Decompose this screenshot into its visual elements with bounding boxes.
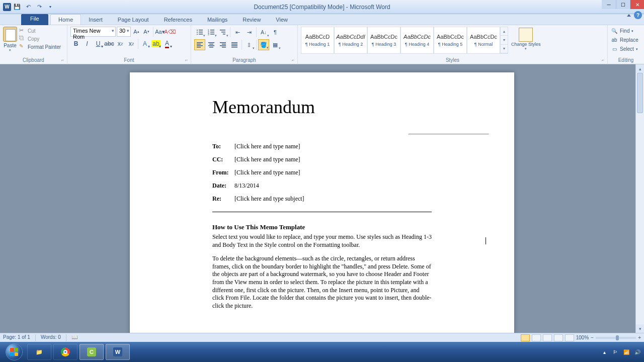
file-tab[interactable]: File	[21, 14, 48, 25]
zoom-out-button[interactable]: −	[591, 335, 594, 340]
help-icon[interactable]: ?	[634, 11, 642, 19]
page[interactable]: Memorandum To:[Click here and type name]…	[130, 72, 514, 333]
shading-icon[interactable]: 🪣	[258, 39, 269, 50]
font-size-select[interactable]: 30	[117, 27, 131, 37]
scroll-thumb[interactable]	[637, 73, 643, 113]
justify-icon[interactable]	[229, 39, 240, 50]
cut-button[interactable]: Cut	[19, 27, 61, 35]
tab-mailings[interactable]: Mailings	[200, 15, 235, 25]
align-left-icon[interactable]	[194, 39, 205, 50]
underline-button[interactable]: U▾	[93, 38, 104, 49]
clear-formatting-icon[interactable]: A⌫	[166, 27, 175, 37]
font-color-icon[interactable]: A▾	[162, 38, 173, 49]
doc-title[interactable]: Memorandum	[212, 97, 432, 118]
word-app-icon[interactable]: W	[3, 3, 11, 11]
paste-button[interactable]: Paste ▾	[3, 27, 17, 56]
date-field[interactable]: 8/13/2014	[234, 182, 259, 190]
grow-font-icon[interactable]: A▴	[132, 27, 141, 37]
zoom-slider[interactable]	[596, 337, 636, 339]
start-button[interactable]	[3, 343, 25, 361]
tray-show-hidden-icon[interactable]: ▴	[601, 348, 608, 355]
select-button[interactable]: ▭Select▾	[611, 45, 641, 53]
style-heading5[interactable]: AaBbCcDc¶ Heading 5	[434, 27, 467, 54]
subscript-button[interactable]: x2	[115, 38, 126, 49]
paragraph-launcher[interactable]: ⌐	[290, 57, 296, 63]
shrink-font-icon[interactable]: A▾	[142, 27, 151, 37]
tab-page-layout[interactable]: Page Layout	[110, 15, 156, 25]
to-field[interactable]: [Click here and type name]	[234, 143, 300, 150]
numbering-icon[interactable]: 123	[206, 27, 217, 38]
maximize-button[interactable]: ☐	[616, 0, 630, 9]
howto-p1[interactable]: Select text you would like to replace, a…	[212, 233, 432, 249]
tab-view[interactable]: View	[268, 15, 295, 25]
italic-button[interactable]: I	[82, 38, 93, 49]
re-field[interactable]: [Click here and type subject]	[234, 195, 304, 203]
taskbar-camtasia[interactable]: C	[79, 344, 104, 360]
zoom-level[interactable]: 100%	[576, 335, 589, 340]
vertical-scrollbar[interactable]: ▴ ▾	[635, 64, 644, 333]
redo-icon[interactable]: ↷	[34, 2, 44, 12]
minimize-button[interactable]: ─	[602, 0, 616, 9]
styles-scroll[interactable]: ▴▾▾	[500, 27, 508, 54]
multilevel-list-icon[interactable]	[217, 27, 228, 38]
taskbar-chrome[interactable]	[53, 344, 77, 360]
from-field[interactable]: [Click here and type name]	[234, 169, 300, 176]
text-effects-icon[interactable]: A▾	[139, 38, 150, 49]
tab-references[interactable]: References	[156, 15, 200, 25]
superscript-button[interactable]: x2	[126, 38, 137, 49]
bold-button[interactable]: B	[70, 38, 82, 49]
sort-icon[interactable]: A↓	[258, 27, 269, 38]
close-button[interactable]: ✕	[630, 0, 644, 9]
outline-view-icon[interactable]	[554, 334, 563, 341]
scroll-down-icon[interactable]: ▾	[636, 324, 644, 333]
howto-p2[interactable]: To delete the background elements—such a…	[212, 255, 432, 310]
align-center-icon[interactable]	[206, 39, 217, 50]
tab-home[interactable]: Home	[50, 14, 81, 25]
replace-button[interactable]: abReplace	[611, 36, 641, 44]
style-heading1[interactable]: AaBbCcD¶ Heading 1	[301, 27, 334, 54]
taskbar-explorer[interactable]: 📁	[27, 344, 51, 360]
line-spacing-icon[interactable]: ‡	[244, 39, 255, 50]
draft-view-icon[interactable]	[565, 334, 574, 341]
style-heading3[interactable]: AaBbCcDc¶ Heading 3	[367, 27, 400, 54]
align-right-icon[interactable]	[217, 39, 228, 50]
borders-icon[interactable]: ▦	[270, 39, 281, 50]
tab-insert[interactable]: Insert	[81, 15, 110, 25]
qat-customize-icon[interactable]: ▾	[45, 2, 55, 12]
highlight-icon[interactable]: ab▾	[150, 38, 162, 49]
change-styles-button[interactable]: Change Styles ▾	[508, 27, 544, 54]
style-heading4[interactable]: AaBbCcDc¶ Heading 4	[400, 27, 434, 54]
taskbar-word[interactable]: W	[106, 344, 130, 360]
bullets-icon[interactable]	[194, 27, 205, 38]
increase-indent-icon[interactable]: ⇥	[244, 27, 255, 38]
tray-network-icon[interactable]: 📶	[623, 348, 630, 355]
cc-field[interactable]: [Click here and type name]	[234, 156, 300, 163]
style-heading2[interactable]: AaBbCcDdI¶ Heading 2	[334, 27, 367, 54]
page-indicator[interactable]: Page: 1 of 1	[3, 334, 30, 341]
document-area[interactable]: Memorandum To:[Click here and type name]…	[0, 64, 644, 333]
strikethrough-button[interactable]: abc	[104, 38, 115, 49]
format-painter-button[interactable]: Format Painter	[19, 43, 61, 51]
copy-button[interactable]: Copy	[19, 35, 61, 43]
minimize-ribbon-icon[interactable]	[627, 14, 631, 17]
undo-icon[interactable]: ↶	[23, 2, 33, 12]
change-case-icon[interactable]: Aa▾	[155, 27, 165, 37]
save-icon[interactable]: 💾	[12, 2, 22, 12]
find-button[interactable]: 🔍Find▾	[611, 27, 641, 35]
styles-launcher[interactable]: ⌐	[600, 57, 606, 63]
tray-volume-icon[interactable]: 🔊	[634, 348, 641, 355]
style-normal[interactable]: AaBbCcDc¶ Normal	[467, 27, 500, 54]
word-count[interactable]: Words: 0	[41, 334, 61, 341]
font-name-select[interactable]: Times New Rom	[70, 27, 116, 37]
decrease-indent-icon[interactable]: ⇤	[232, 27, 243, 38]
howto-heading[interactable]: How to Use This Memo Template	[212, 223, 432, 231]
zoom-in-button[interactable]: +	[638, 335, 641, 340]
web-layout-view-icon[interactable]	[543, 334, 552, 341]
tab-review[interactable]: Review	[235, 15, 268, 25]
proofing-icon[interactable]: 📖	[71, 334, 77, 341]
tray-flag-icon[interactable]: 🏳	[612, 348, 619, 355]
full-screen-view-icon[interactable]	[532, 334, 541, 341]
print-layout-view-icon[interactable]	[521, 334, 530, 341]
show-marks-icon[interactable]: ¶	[270, 27, 281, 38]
clipboard-launcher[interactable]: ⌐	[60, 57, 66, 63]
